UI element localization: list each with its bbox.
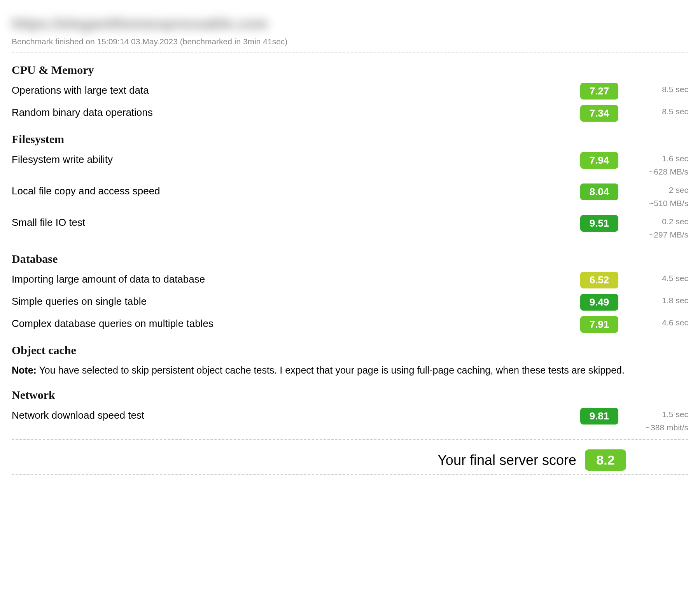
benchmark-label: Filesystem write ability bbox=[12, 152, 580, 166]
score-pill: 9.81 bbox=[580, 408, 618, 425]
note-bold: Note: bbox=[12, 365, 37, 376]
section-heading: CPU & Memory bbox=[12, 63, 688, 77]
score-pill: 7.27 bbox=[580, 83, 618, 100]
benchmark-label: Complex database queries on multiple tab… bbox=[12, 316, 580, 330]
note-text: You have selected to skip persistent obj… bbox=[37, 365, 625, 376]
divider bbox=[12, 474, 688, 475]
score-pill: 7.94 bbox=[580, 152, 618, 169]
benchmark-sections: CPU & MemoryOperations with large text d… bbox=[12, 63, 688, 434]
benchmark-row: Filesystem write ability7.941.6 sec~628 … bbox=[12, 152, 688, 178]
benchmark-row: Small file IO test9.510.2 sec~297 MB/s bbox=[12, 215, 688, 241]
metric-meta: 8.5 sec bbox=[630, 105, 688, 118]
metric-meta: 8.5 sec bbox=[630, 83, 688, 96]
final-score-label: Your final server score bbox=[438, 452, 576, 468]
benchmark-label: Random binary data operations bbox=[12, 105, 580, 119]
divider bbox=[12, 52, 688, 52]
section-heading: Network bbox=[12, 388, 688, 402]
section-heading: Object cache bbox=[12, 344, 688, 357]
metric-meta: 0.2 sec~297 MB/s bbox=[630, 215, 688, 241]
divider bbox=[12, 439, 688, 440]
section-note: Note: You have selected to skip persiste… bbox=[12, 363, 688, 378]
score-pill: 7.91 bbox=[580, 316, 618, 333]
benchmark-row: Complex database queries on multiple tab… bbox=[12, 316, 688, 333]
benchmark-row: Importing large amount of data to databa… bbox=[12, 272, 688, 288]
benchmark-row: Operations with large text data7.278.5 s… bbox=[12, 83, 688, 100]
metric-meta: 1.8 sec bbox=[630, 294, 688, 307]
benchmark-label: Small file IO test bbox=[12, 215, 580, 229]
final-score-pill: 8.2 bbox=[585, 449, 626, 471]
score-pill: 6.52 bbox=[580, 272, 618, 288]
benchmark-row: Network download speed test9.811.5 sec~3… bbox=[12, 408, 688, 434]
benchmark-label: Simple queries on single table bbox=[12, 294, 580, 307]
metric-meta: 4.5 sec bbox=[630, 272, 688, 285]
benchmark-finished-line: Benchmark finished on 15:09:14 03.May.20… bbox=[12, 37, 688, 46]
benchmark-row: Simple queries on single table9.491.8 se… bbox=[12, 294, 688, 311]
metric-meta: 1.5 sec~388 mbit/s bbox=[630, 408, 688, 434]
benchmark-row: Local file copy and access speed8.042 se… bbox=[12, 183, 688, 210]
metric-meta: 4.6 sec bbox=[630, 316, 688, 329]
benchmark-label: Local file copy and access speed bbox=[12, 183, 580, 197]
score-pill: 9.51 bbox=[580, 215, 618, 232]
metric-meta: 2 sec~510 MB/s bbox=[630, 183, 688, 210]
metric-meta: 1.6 sec~628 MB/s bbox=[630, 152, 688, 178]
final-score-row: Your final server score 8.2 bbox=[12, 449, 688, 471]
benchmark-label: Network download speed test bbox=[12, 408, 580, 421]
benchmark-row: Random binary data operations7.348.5 sec bbox=[12, 105, 688, 122]
site-url-blurred: https://elegantthemespressable.com bbox=[12, 16, 688, 32]
score-pill: 8.04 bbox=[580, 183, 618, 200]
section-heading: Database bbox=[12, 252, 688, 266]
score-pill: 7.34 bbox=[580, 105, 618, 122]
section-heading: Filesystem bbox=[12, 133, 688, 146]
benchmark-label: Importing large amount of data to databa… bbox=[12, 272, 580, 285]
benchmark-label: Operations with large text data bbox=[12, 83, 580, 96]
score-pill: 9.49 bbox=[580, 294, 618, 311]
